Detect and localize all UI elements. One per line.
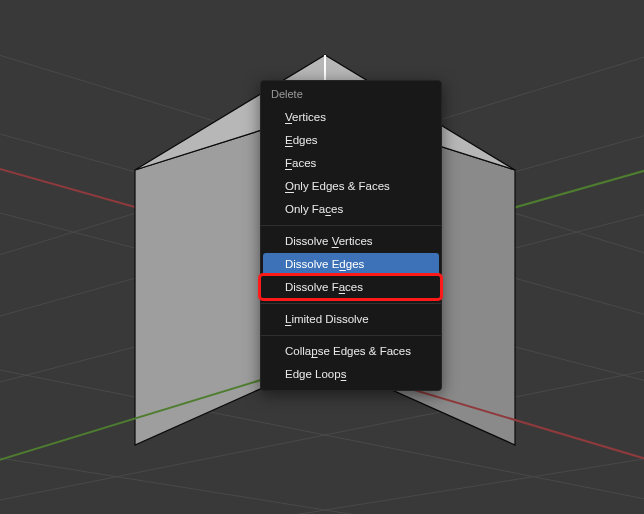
- delete-context-menu: Delete Vertices Edges Faces Only Edges &…: [260, 80, 442, 391]
- menu-item-dissolve-vertices[interactable]: Dissolve Vertices: [261, 230, 441, 253]
- menu-item-collapse-edges-faces[interactable]: Collapse Edges & Faces: [261, 340, 441, 363]
- menu-item-only-edges-faces[interactable]: Only Edges & Faces: [261, 175, 441, 198]
- menu-separator: [261, 335, 441, 336]
- menu-item-vertices[interactable]: Vertices: [261, 106, 441, 129]
- menu-title: Delete: [261, 81, 441, 106]
- menu-item-faces[interactable]: Faces: [261, 152, 441, 175]
- menu-item-edges[interactable]: Edges: [261, 129, 441, 152]
- menu-item-dissolve-faces[interactable]: Dissolve Faces: [261, 276, 441, 299]
- menu-item-only-faces[interactable]: Only Faces: [261, 198, 441, 221]
- menu-item-limited-dissolve[interactable]: Limited Dissolve: [261, 308, 441, 331]
- menu-separator: [261, 225, 441, 226]
- menu-item-dissolve-edges[interactable]: Dissolve Edges: [263, 253, 439, 276]
- menu-item-edge-loops[interactable]: Edge Loops: [261, 363, 441, 386]
- menu-separator: [261, 303, 441, 304]
- blender-3d-viewport[interactable]: Delete Vertices Edges Faces Only Edges &…: [0, 0, 644, 514]
